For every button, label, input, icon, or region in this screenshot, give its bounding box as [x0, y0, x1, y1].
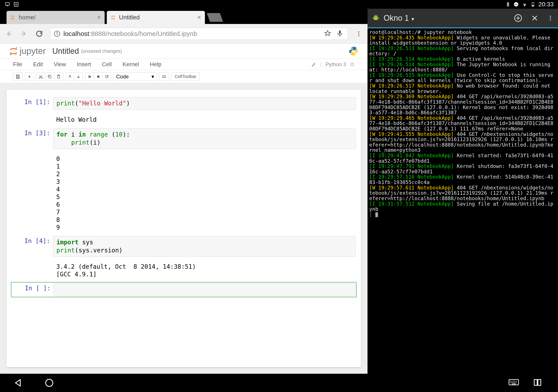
svg-rect-5: [515, 4, 517, 5]
menu-view[interactable]: View: [54, 61, 66, 68]
code-cell[interactable]: In [ ]:: [11, 282, 357, 297]
svg-text:A: A: [15, 3, 17, 6]
menu-file[interactable]: File: [13, 61, 22, 68]
monitor-icon: [4, 1, 10, 7]
move-down-button[interactable]: [74, 72, 83, 81]
svg-rect-27: [97, 76, 99, 77]
code-cell[interactable]: In [1]:print("Hello World"): [11, 96, 357, 111]
output-cell: 3.4.2 (default, Oct 8 2014, 14:38:51) [G…: [11, 260, 357, 280]
jupyter-logo[interactable]: jupyter: [9, 46, 46, 56]
cell-type-select[interactable]: Code ▾: [113, 72, 157, 81]
svg-point-19: [352, 48, 353, 49]
svg-point-18: [16, 54, 16, 55]
browser-menu-button[interactable]: [354, 29, 363, 38]
svg-rect-7: [532, 2, 533, 3]
dropdown-arrow-icon: ▼: [411, 17, 415, 22]
terminal-window-title[interactable]: Okno 1 ▼: [384, 14, 415, 23]
code-cell[interactable]: In [3]:for i in range (10): print(i): [11, 128, 357, 150]
terminal-menu-button[interactable]: [547, 15, 554, 21]
split-screen-button[interactable]: [533, 378, 543, 388]
close-button[interactable]: [531, 14, 538, 22]
code-input[interactable]: print("Hello World"): [53, 97, 356, 110]
code-input[interactable]: [54, 283, 355, 296]
menu-kernel[interactable]: Kernel: [122, 61, 139, 68]
command-palette-button[interactable]: [159, 72, 169, 81]
android-logo-icon: [372, 14, 380, 22]
url-host: localhost: [63, 30, 89, 37]
notebook-title[interactable]: Untitled: [52, 47, 79, 56]
tab-title: Untitled: [119, 14, 140, 21]
back-nav-button[interactable]: [13, 378, 23, 388]
star-icon[interactable]: [324, 30, 332, 38]
svg-point-40: [46, 379, 53, 387]
back-button[interactable]: [4, 29, 13, 38]
home-nav-button[interactable]: [44, 378, 54, 388]
tab-close-icon[interactable]: ✕: [97, 14, 101, 20]
svg-point-15: [358, 35, 359, 36]
paste-button[interactable]: [54, 72, 63, 81]
add-cell-button[interactable]: [25, 72, 34, 81]
info-icon[interactable]: [54, 31, 60, 37]
cell-prompt: In [3]:: [12, 128, 53, 137]
menu-help[interactable]: Help: [150, 61, 162, 68]
restart-button[interactable]: [103, 72, 111, 81]
svg-point-13: [358, 31, 359, 32]
run-button[interactable]: [85, 72, 94, 81]
jupyter-menubar: File Edit View Insert Cell Kernel Help |…: [0, 59, 367, 70]
browser-tab-home[interactable]: home/ ✕: [7, 11, 105, 24]
svg-point-17: [10, 54, 12, 55]
svg-line-35: [377, 15, 377, 16]
android-nav-bar: [0, 374, 558, 392]
python-logo-icon: [348, 46, 359, 56]
chevron-down-icon: ▾: [151, 74, 154, 80]
notebook-container[interactable]: In [1]:print("Hello World")Hello WorldIn…: [0, 83, 367, 374]
cell-toolbar-button[interactable]: CellToolbar: [171, 72, 200, 81]
cell-output: 0 1 2 3 4 5 6 7 8 9: [53, 153, 356, 232]
forward-button[interactable]: [20, 29, 28, 38]
bluetooth-icon: [505, 2, 510, 7]
terminal-app: Okno 1 ▼ root@localhost:/# jupyter noteb…: [367, 9, 558, 374]
jupyter-favicon: [110, 15, 115, 20]
keyboard-icon[interactable]: [508, 378, 518, 388]
code-cell[interactable]: In [4]:import sys print(sys.version): [11, 235, 357, 258]
svg-point-37: [550, 16, 551, 17]
cell-prompt: In [4]:: [12, 236, 53, 245]
code-input[interactable]: for i in range (10): print(i): [53, 128, 356, 149]
svg-point-39: [550, 19, 551, 20]
run-group: [85, 72, 111, 81]
split-screen-area: home/ ✕ Untitled ✕: [0, 9, 558, 374]
move-up-button[interactable]: [65, 72, 74, 81]
svg-point-16: [16, 47, 17, 48]
svg-rect-8: [532, 5, 534, 6]
url-input[interactable]: localhost:8888/notebooks/home/Untitled.i…: [50, 28, 348, 40]
mic-icon[interactable]: [336, 30, 344, 38]
reload-button[interactable]: [35, 29, 44, 38]
menu-cell[interactable]: Cell: [102, 61, 112, 68]
add-tab-button[interactable]: [514, 14, 522, 22]
copy-button[interactable]: [45, 72, 54, 81]
svg-point-38: [550, 18, 551, 19]
kernel-name[interactable]: Python 3: [325, 61, 346, 68]
svg-rect-24: [49, 76, 51, 78]
edit-group: [36, 72, 63, 81]
svg-rect-28: [163, 76, 166, 77]
stop-button[interactable]: [94, 72, 103, 81]
menu-insert[interactable]: Insert: [77, 61, 91, 68]
svg-point-31: [376, 16, 377, 17]
output-cell: Hello World: [11, 113, 357, 125]
menu-edit[interactable]: Edit: [33, 61, 43, 68]
svg-point-14: [358, 33, 359, 34]
svg-rect-43: [538, 380, 541, 385]
jupyter-page: jupyter Untitled (unsaved changes) File …: [0, 43, 367, 374]
cell-prompt: In [ ]:: [12, 283, 54, 292]
terminal-output[interactable]: root@localhost:/# jupyter notebook[W 19:…: [367, 28, 558, 374]
edit-icon[interactable]: [312, 62, 316, 67]
code-input[interactable]: import sys print(sys.version): [53, 236, 356, 257]
cut-button[interactable]: [36, 72, 45, 81]
notebook: In [1]:print("Hello World")Hello WorldIn…: [7, 90, 361, 367]
battery-icon: [531, 1, 535, 7]
browser-tab-untitled[interactable]: Untitled ✕: [107, 11, 205, 24]
new-tab-button[interactable]: [207, 13, 223, 22]
save-button[interactable]: [13, 72, 23, 81]
tab-close-icon[interactable]: ✕: [197, 14, 201, 20]
